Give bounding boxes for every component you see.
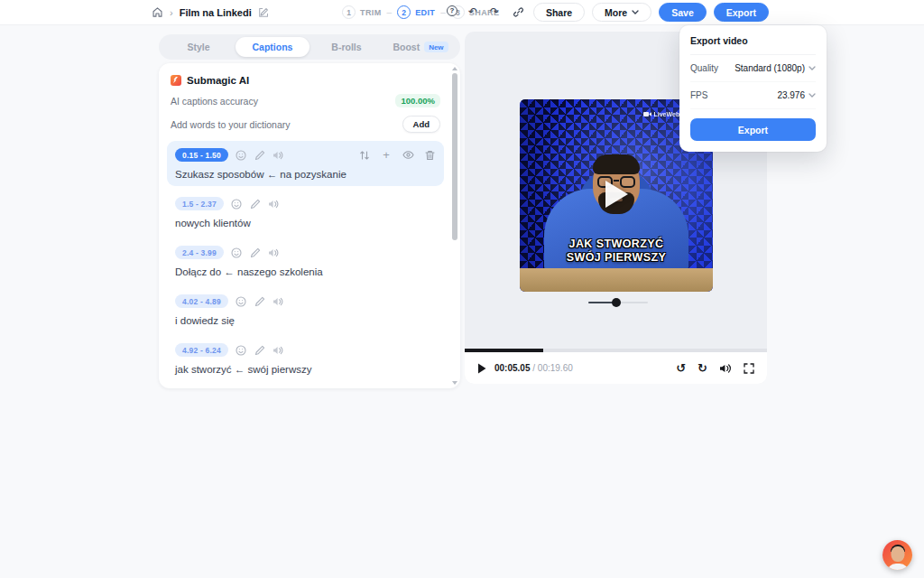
edit-caption-icon[interactable]: [249, 247, 262, 259]
timestamp-pill[interactable]: 4.92 - 6.24: [175, 343, 228, 357]
app-root: › Film na Linkedi 1 TRIM – 2 EDIT – 3 SH…: [0, 0, 924, 578]
accuracy-badge: 100.00%: [395, 94, 440, 107]
volume-icon[interactable]: [719, 363, 732, 374]
caption-audio-icon[interactable]: [273, 149, 285, 162]
caption-list: 0.15 - 1.50 +: [171, 141, 440, 388]
caption-row[interactable]: 4.02 - 4.89 i dowiedz się: [167, 287, 444, 332]
step-separator: –: [387, 7, 393, 17]
caption-row[interactable]: 0.15 - 1.50 +: [167, 141, 444, 186]
edit-caption-icon[interactable]: [254, 295, 266, 308]
captions-scrollbar[interactable]: [450, 66, 458, 386]
caption-audio-icon[interactable]: [273, 295, 285, 308]
topbar-actions: ? ↶ ↷ Share More Save Export: [447, 3, 769, 22]
project-title: Film na Linkedi: [180, 7, 252, 18]
tab-style[interactable]: Style: [162, 37, 236, 57]
more-button[interactable]: More: [592, 3, 651, 22]
home-icon[interactable]: [152, 6, 163, 18]
tab-boost[interactable]: Boost New: [383, 37, 457, 57]
save-button[interactable]: Save: [659, 3, 707, 22]
export-popup: Export video Quality Standard (1080p) FP…: [679, 25, 827, 152]
edit-caption-icon[interactable]: [254, 149, 266, 162]
chevron-down-icon: [808, 93, 816, 98]
add-caption-icon[interactable]: +: [380, 149, 393, 162]
export-popup-title: Export video: [690, 35, 816, 55]
tab-b-rolls[interactable]: B-rolls: [310, 37, 383, 57]
caption-row[interactable]: 2.4 - 3.99 Dołącz do ← naszego szkolenia: [167, 238, 444, 284]
support-chat-avatar[interactable]: [882, 540, 912, 570]
scroll-down-icon[interactable]: [452, 381, 457, 385]
timestamp-pill[interactable]: 4.02 - 4.89: [175, 294, 228, 308]
fps-select[interactable]: FPS 23.976: [690, 82, 816, 109]
chevron-down-icon: [808, 66, 816, 70]
step-separator: –: [440, 7, 446, 17]
caption-audio-icon[interactable]: [268, 247, 281, 259]
export-button[interactable]: Export: [714, 3, 769, 22]
camera-icon: [643, 111, 651, 117]
editor-tabs: Style Captions B-rolls Boost New: [159, 34, 460, 60]
fast-forward-icon[interactable]: ↻: [698, 362, 707, 374]
rewind-icon[interactable]: ↺: [676, 362, 686, 374]
confirm-export-button[interactable]: Export: [690, 118, 816, 141]
burned-in-caption: JAK STWORZYĆ SWÓJ PIERWSZY: [520, 238, 713, 265]
caption-text[interactable]: i dowiedz się: [175, 315, 436, 326]
timestamp-pill[interactable]: 0.15 - 1.50: [175, 148, 228, 162]
caption-text[interactable]: nowych klientów: [175, 218, 436, 228]
caption-row[interactable]: 4.92 - 6.24 jak stworzyć ← swój pierwszy: [167, 336, 444, 381]
scrollbar-thumb[interactable]: [452, 73, 457, 240]
emoji-picker-icon[interactable]: [230, 247, 243, 259]
share-button[interactable]: Share: [533, 3, 585, 22]
caption-text[interactable]: Szukasz sposobów ← na pozyskanie: [175, 169, 436, 180]
help-icon[interactable]: ?: [447, 5, 461, 20]
reorder-caption-icon[interactable]: [358, 149, 371, 162]
caption-row[interactable]: 1.5 - 2.37 nowych klientów: [167, 190, 444, 235]
fullscreen-icon[interactable]: [744, 363, 754, 374]
slider-handle[interactable]: [612, 298, 621, 307]
edit-caption-icon[interactable]: [254, 344, 266, 357]
wizard-step[interactable]: 1 TRIM: [342, 5, 382, 19]
scroll-up-icon[interactable]: [452, 67, 457, 70]
undo-icon[interactable]: ↶: [468, 5, 483, 20]
captions-card: Submagic AI AI captions accuracy 100.00%…: [159, 63, 460, 388]
submagic-logo-icon: [171, 75, 181, 86]
caption-text[interactable]: Dołącz do ← naszego szkolenia: [175, 266, 436, 277]
quality-select[interactable]: Quality Standard (1080p): [690, 55, 816, 82]
brand-name: Submagic AI: [187, 75, 249, 86]
emoji-picker-icon[interactable]: [230, 198, 243, 210]
accuracy-label: AI captions accuracy: [171, 96, 258, 107]
tab-captions[interactable]: Captions: [236, 37, 310, 57]
top-bar: › Film na Linkedi 1 TRIM – 2 EDIT – 3 SH…: [0, 0, 924, 25]
add-word-button[interactable]: Add: [402, 116, 440, 133]
copy-link-icon[interactable]: [512, 5, 526, 20]
wizard-step[interactable]: 2 EDIT: [397, 5, 435, 19]
desk: [520, 268, 713, 292]
emoji-picker-icon[interactable]: [235, 295, 247, 308]
emoji-picker-icon[interactable]: [235, 149, 247, 162]
breadcrumb-chevron-icon: ›: [170, 7, 173, 18]
delete-caption-icon[interactable]: [423, 149, 436, 162]
caption-text[interactable]: jak stworzyć ← swój pierwszy: [175, 364, 436, 375]
player-controls: 00:05.05 / 00:19.60 ↺ ↻: [465, 352, 767, 384]
play-overlay-icon[interactable]: [603, 179, 630, 213]
new-badge: New: [424, 42, 448, 52]
emoji-picker-icon[interactable]: [235, 344, 247, 357]
breadcrumb: › Film na Linkedi: [152, 6, 269, 18]
caption-audio-icon[interactable]: [268, 198, 281, 210]
time-display: 00:05.05 / 00:19.60: [494, 363, 573, 373]
timestamp-pill[interactable]: 2.4 - 3.99: [175, 246, 224, 259]
dictionary-label: Add words to your dictionary: [171, 119, 290, 130]
rename-project-icon[interactable]: [258, 7, 269, 18]
chevron-down-icon: [632, 10, 639, 14]
redo-icon[interactable]: ↷: [490, 5, 504, 20]
play-button[interactable]: [477, 363, 486, 374]
preview-caption-icon[interactable]: [402, 149, 414, 162]
caption-row[interactable]: 6.24 - 7.80 webinar i ← wykorzystać: [167, 385, 444, 388]
caption-audio-icon[interactable]: [273, 344, 285, 357]
timestamp-pill[interactable]: 1.5 - 2.37: [175, 197, 224, 210]
edit-caption-icon[interactable]: [249, 198, 262, 210]
preview-zoom-slider[interactable]: [588, 298, 648, 307]
